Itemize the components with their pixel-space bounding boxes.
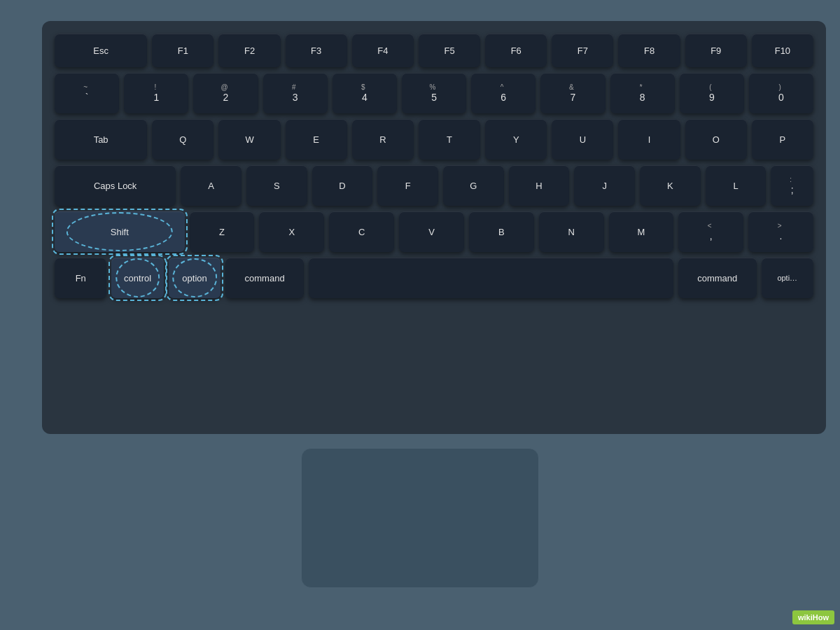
key-option[interactable]: option — [169, 258, 220, 298]
key-q[interactable]: Q — [152, 119, 214, 160]
key-e[interactable]: E — [286, 119, 347, 160]
key-l[interactable]: L — [706, 165, 766, 206]
key-7[interactable]: &7 — [540, 73, 605, 113]
key-g[interactable]: G — [443, 165, 504, 206]
bottom-row: Fn control option command command opti… — [55, 258, 813, 298]
key-4[interactable]: $4 — [332, 73, 397, 113]
key-u[interactable]: U — [552, 119, 613, 160]
key-r[interactable]: R — [352, 119, 414, 160]
key-space[interactable] — [309, 258, 673, 298]
key-esc[interactable]: Esc — [55, 34, 147, 67]
key-5[interactable]: %5 — [402, 73, 466, 113]
key-v[interactable]: V — [399, 211, 464, 252]
shift-row: Shift Z X C V B N M <, >. — [55, 211, 813, 252]
key-f9[interactable]: F9 — [685, 34, 747, 67]
key-6[interactable]: ^6 — [471, 73, 536, 113]
key-f4[interactable]: F4 — [352, 34, 414, 67]
key-2[interactable]: @2 — [193, 73, 258, 113]
key-f3[interactable]: F3 — [286, 34, 347, 67]
key-8[interactable]: *8 — [610, 73, 675, 113]
key-k[interactable]: K — [640, 165, 701, 206]
laptop-body: Esc F1 F2 F3 F4 F5 F6 F7 F8 F9 F10 ~` !1… — [0, 0, 840, 630]
function-row: Esc F1 F2 F3 F4 F5 F6 F7 F8 F9 F10 — [55, 34, 813, 67]
key-f10[interactable]: F10 — [752, 34, 813, 67]
key-y[interactable]: Y — [485, 119, 547, 160]
key-f6[interactable]: F6 — [485, 34, 547, 67]
keyboard-area: Esc F1 F2 F3 F4 F5 F6 F7 F8 F9 F10 ~` !1… — [42, 21, 826, 434]
key-f[interactable]: F — [377, 165, 438, 206]
key-period[interactable]: >. — [748, 211, 813, 252]
key-backtick[interactable]: ~` — [55, 73, 119, 113]
number-row: ~` !1 @2 #3 $4 %5 ^6 &7 — [55, 73, 813, 113]
key-x[interactable]: X — [259, 211, 324, 252]
asdf-row: Caps Lock A S D F G H J K L :; — [55, 165, 813, 206]
key-t[interactable]: T — [419, 119, 480, 160]
key-f5[interactable]: F5 — [419, 34, 480, 67]
key-fn[interactable]: Fn — [55, 258, 106, 298]
key-f8[interactable]: F8 — [618, 34, 680, 67]
key-s[interactable]: S — [246, 165, 307, 206]
key-f7[interactable]: F7 — [552, 34, 613, 67]
key-3[interactable]: #3 — [263, 73, 328, 113]
key-z[interactable]: Z — [190, 211, 255, 252]
key-control[interactable]: control — [111, 258, 163, 298]
key-w[interactable]: W — [218, 119, 280, 160]
wikihow-label: wikiHow — [798, 613, 829, 622]
key-j[interactable]: J — [574, 165, 635, 206]
key-tab[interactable]: Tab — [55, 119, 147, 160]
key-caps-lock[interactable]: Caps Lock — [55, 165, 176, 206]
key-h[interactable]: H — [509, 165, 570, 206]
key-semicolon[interactable]: :; — [771, 165, 813, 206]
key-c[interactable]: C — [329, 211, 394, 252]
key-f1[interactable]: F1 — [152, 34, 214, 67]
key-9[interactable]: (9 — [680, 73, 744, 113]
key-i[interactable]: I — [618, 119, 680, 160]
wikihow-badge: wikiHow — [792, 610, 834, 624]
key-1[interactable]: !1 — [124, 73, 188, 113]
key-b[interactable]: B — [469, 211, 534, 252]
key-n[interactable]: N — [539, 211, 604, 252]
key-comma[interactable]: <, — [678, 211, 743, 252]
trackpad[interactable] — [301, 448, 539, 588]
key-f2[interactable]: F2 — [218, 34, 280, 67]
key-shift-left[interactable]: Shift — [55, 211, 185, 252]
key-command-left[interactable]: command — [225, 258, 304, 298]
laptop-screenshot: { "keyboard": { "rows": [ { "id": "funct… — [0, 0, 840, 630]
key-option-right[interactable]: opti… — [762, 258, 813, 298]
key-command-right[interactable]: command — [678, 258, 757, 298]
qwerty-row: Tab Q W E R T Y U I O P — [55, 119, 813, 160]
key-o[interactable]: O — [685, 119, 747, 160]
key-d[interactable]: D — [312, 165, 373, 206]
key-a[interactable]: A — [181, 165, 241, 206]
key-m[interactable]: M — [609, 211, 674, 252]
key-p[interactable]: P — [752, 119, 813, 160]
key-0[interactable]: )0 — [749, 73, 813, 113]
